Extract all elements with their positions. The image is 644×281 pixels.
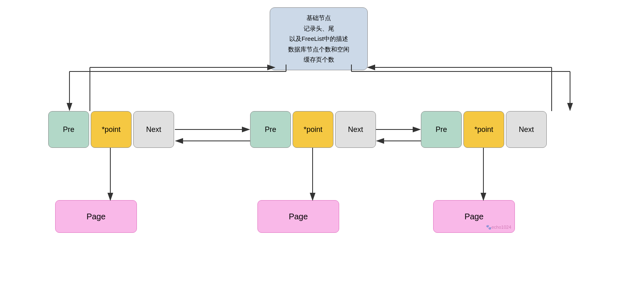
node1-point: *point	[91, 111, 132, 148]
node-group-1: Pre *point Next	[48, 111, 174, 148]
page-node-2: Page	[257, 200, 339, 233]
page3-label: Page	[465, 212, 484, 221]
page-node-3: Page 🐾echo1024	[433, 200, 515, 233]
node2-point: *point	[293, 111, 333, 148]
node-group-2: Pre *point Next	[250, 111, 376, 148]
node2-next: Next	[335, 111, 376, 148]
page-node-1: Page	[55, 200, 137, 233]
node3-next: Next	[506, 111, 547, 148]
node2-pre: Pre	[250, 111, 291, 148]
node-group-3: Pre *point Next	[421, 111, 547, 148]
node3-point: *point	[463, 111, 504, 148]
node1-pre: Pre	[48, 111, 89, 148]
top-node-text: 基础节点记录头、尾以及FreeList中的描述数据库节点个数和空闲缓存页个数	[288, 14, 349, 63]
node1-next: Next	[133, 111, 174, 148]
node3-pre: Pre	[421, 111, 462, 148]
diagram: 基础节点记录头、尾以及FreeList中的描述数据库节点个数和空闲缓存页个数 P…	[0, 0, 644, 281]
watermark: 🐾echo1024	[486, 225, 511, 230]
top-node: 基础节点记录头、尾以及FreeList中的描述数据库节点个数和空闲缓存页个数	[270, 7, 368, 70]
